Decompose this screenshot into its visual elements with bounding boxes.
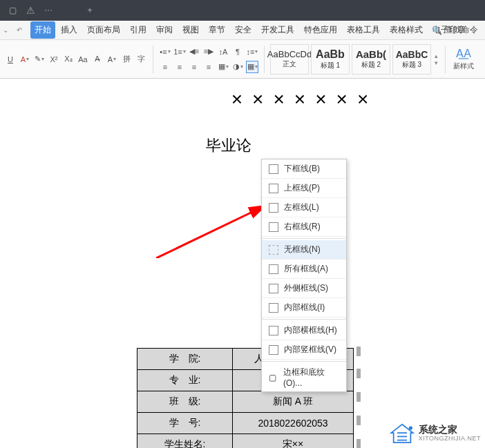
style-heading2[interactable]: AaBb( 标题 2 bbox=[352, 44, 390, 75]
undo-button[interactable]: ↶ bbox=[17, 26, 29, 34]
tab-review[interactable]: 审阅 bbox=[152, 21, 177, 39]
tab-developer[interactable]: 开发工具 bbox=[257, 21, 298, 39]
style-label: 标题 3 bbox=[402, 60, 421, 70]
align-justify-button[interactable]: ≡ bbox=[202, 61, 215, 73]
titlebar-square-icon: ▢ bbox=[6, 3, 19, 17]
search-commands[interactable]: 🔍 查找命令 bbox=[432, 24, 478, 36]
style-preview: AaBbC bbox=[396, 49, 428, 60]
bullet-list-button[interactable]: •≡ bbox=[159, 46, 171, 58]
menu-left-border[interactable]: 左框线(L) bbox=[262, 198, 346, 217]
enclose-char-button[interactable]: 字 bbox=[135, 53, 147, 66]
menu-item-label: 内部横框线(H) bbox=[284, 324, 337, 336]
subscript-button[interactable]: X₂ bbox=[62, 53, 75, 66]
show-marks-button[interactable]: ¶ bbox=[231, 46, 244, 58]
align-right-button[interactable]: ≡ bbox=[188, 61, 200, 73]
menu-item-label: 边框和底纹(O)... bbox=[283, 367, 339, 388]
border-icon bbox=[269, 245, 278, 255]
menu-item-label: 内部竖框线(V) bbox=[284, 344, 336, 356]
superscript-button[interactable]: X² bbox=[48, 53, 60, 66]
line-spacing-button[interactable]: ↕≡ bbox=[246, 46, 258, 58]
tab-tablestyles[interactable]: 表格样式 bbox=[386, 21, 427, 39]
menu-item-label: 左框线(L) bbox=[284, 202, 319, 213]
borders-button[interactable]: ▦ bbox=[246, 61, 258, 73]
border-icon bbox=[269, 284, 278, 293]
tab-start[interactable]: 开始 bbox=[30, 21, 55, 39]
selection-handle[interactable] bbox=[356, 369, 361, 378]
style-gallery: AaBbCcDd 正文 AaBb 标题 1 AaBb( 标题 2 AaBbC 标… bbox=[270, 44, 439, 75]
borders-dropdown-menu: 下框线(B) 上框线(P) 左框线(L) 右框线(R) 无框线(N) 所有框线(… bbox=[261, 159, 347, 392]
border-icon bbox=[269, 222, 278, 232]
menu-item-label: 所有框线(A) bbox=[284, 263, 328, 275]
menu-separator bbox=[262, 238, 346, 239]
menu-separator bbox=[262, 319, 346, 320]
menu-separator bbox=[262, 361, 346, 362]
style-preview: AaBb bbox=[316, 48, 345, 61]
increase-indent-button[interactable]: ≡▶ bbox=[202, 46, 215, 58]
shading-button[interactable]: ◑ bbox=[231, 61, 244, 73]
menu-borders-shading[interactable]: ▢边框和底纹(O)... bbox=[262, 363, 346, 391]
style-heading3[interactable]: AaBbC 标题 3 bbox=[392, 44, 431, 75]
align-left-button[interactable]: ≡ bbox=[159, 61, 171, 73]
clear-format-button[interactable]: A̶ bbox=[91, 53, 104, 66]
warning-icon[interactable]: ⚠ bbox=[23, 3, 37, 17]
border-icon bbox=[269, 184, 278, 193]
menu-item-label: 下框线(B) bbox=[284, 163, 320, 175]
style-preview: AaBb( bbox=[356, 48, 386, 60]
border-icon bbox=[269, 203, 278, 213]
tab-tabletools[interactable]: 表格工具 bbox=[343, 21, 384, 39]
menu-inside-h-border[interactable]: 内部横框线(H) bbox=[262, 321, 346, 340]
sort-button[interactable]: ↕A bbox=[217, 46, 229, 58]
style-label: 正文 bbox=[283, 59, 296, 69]
thesis-subtitle-partial: 毕业论 bbox=[0, 135, 485, 156]
menu-top-border[interactable]: 上框线(P) bbox=[262, 179, 346, 198]
tab-security[interactable]: 安全 bbox=[231, 21, 256, 39]
menu-outside-border[interactable]: 外侧框线(S) bbox=[262, 279, 346, 298]
search-label: 查找命令 bbox=[445, 24, 478, 36]
menu-bar: ⌄ ↶ 开始 插入 页面布局 引用 审阅 视图 章节 安全 开发工具 特色应用 … bbox=[0, 21, 485, 40]
phonetic-button[interactable]: 拼 bbox=[120, 53, 133, 66]
char-border-button[interactable]: A bbox=[106, 53, 118, 66]
ribbon-collapse-toggle[interactable]: ⌄ bbox=[3, 26, 15, 34]
svg-point-1 bbox=[408, 426, 412, 429]
number-list-button[interactable]: 1≡ bbox=[173, 46, 186, 58]
style-scroll[interactable]: ▴▾ bbox=[433, 51, 439, 68]
selection-handle[interactable] bbox=[356, 439, 361, 448]
border-icon bbox=[269, 345, 278, 355]
menu-inside-border[interactable]: 内部框线(I) bbox=[262, 298, 346, 318]
new-tab-button[interactable]: + bbox=[80, 2, 99, 19]
highlight-button[interactable]: ✎ bbox=[33, 53, 46, 66]
tab-special[interactable]: 特色应用 bbox=[300, 21, 341, 39]
underline-button[interactable]: U bbox=[4, 53, 17, 66]
font-color-button[interactable]: A bbox=[19, 53, 31, 66]
site-watermark: 系统之家 XITONGZHIJIA.NET bbox=[390, 423, 481, 444]
distribute-button[interactable]: ▦ bbox=[217, 61, 229, 73]
menu-item-label: 外侧框线(S) bbox=[284, 282, 328, 294]
change-case-button[interactable]: Aa bbox=[77, 53, 89, 66]
style-label: 标题 2 bbox=[361, 60, 381, 70]
tab-insert[interactable]: 插入 bbox=[57, 21, 82, 39]
new-style-label: 新样式 bbox=[453, 61, 474, 71]
align-center-button[interactable]: ≡ bbox=[173, 61, 186, 73]
decrease-indent-button[interactable]: ◀≡ bbox=[188, 46, 200, 58]
tab-references[interactable]: 引用 bbox=[126, 21, 151, 39]
menu-item-label: 上框线(P) bbox=[284, 182, 320, 194]
menu-bottom-border[interactable]: 下框线(B) bbox=[262, 159, 346, 179]
style-normal[interactable]: AaBbCcDd 正文 bbox=[270, 44, 309, 75]
titlebar-overflow-icon[interactable]: ⋯ bbox=[41, 3, 55, 17]
tab-view[interactable]: 视图 bbox=[178, 21, 203, 39]
menu-right-border[interactable]: 右框线(R) bbox=[262, 217, 346, 237]
tab-chapter[interactable]: 章节 bbox=[205, 21, 229, 39]
new-style-button[interactable]: A͟A 新样式 bbox=[451, 47, 476, 71]
selection-handle[interactable] bbox=[356, 392, 361, 402]
menu-inside-v-border[interactable]: 内部竖框线(V) bbox=[262, 340, 346, 360]
selection-handle[interactable] bbox=[356, 416, 361, 425]
style-heading1[interactable]: AaBb 标题 1 bbox=[311, 44, 350, 75]
tab-pagelayout[interactable]: 页面布局 bbox=[83, 21, 124, 39]
menu-all-borders[interactable]: 所有框线(A) bbox=[262, 260, 346, 279]
selection-handle[interactable] bbox=[356, 347, 361, 356]
annotation-arrow bbox=[156, 203, 274, 258]
border-icon bbox=[269, 264, 278, 274]
menu-no-border[interactable]: 无框线(N) bbox=[262, 240, 346, 260]
style-preview: AaBbCcDd bbox=[267, 49, 312, 59]
window-titlebar: ▢ ⚠ ⋯ + bbox=[0, 0, 485, 21]
